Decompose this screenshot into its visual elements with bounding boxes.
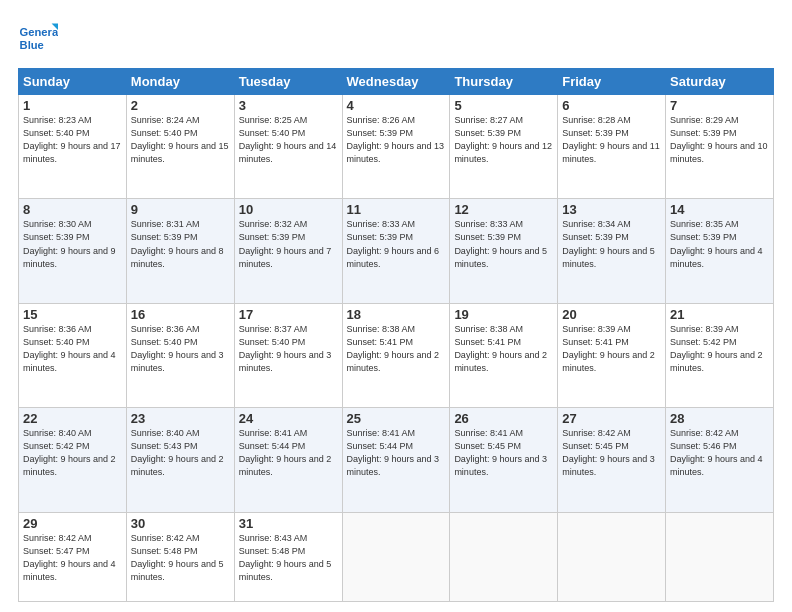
calendar-cell: 17 Sunrise: 8:37 AM Sunset: 5:40 PM Dayl… (234, 303, 342, 407)
sunrise-label: Sunrise: 8:27 AM (454, 115, 523, 125)
calendar-cell: 1 Sunrise: 8:23 AM Sunset: 5:40 PM Dayli… (19, 95, 127, 199)
day-number: 21 (670, 307, 769, 322)
sunset-label: Sunset: 5:41 PM (454, 337, 521, 347)
sunset-label: Sunset: 5:40 PM (131, 128, 198, 138)
col-header-wednesday: Wednesday (342, 69, 450, 95)
calendar-header-row: SundayMondayTuesdayWednesdayThursdayFrid… (19, 69, 774, 95)
calendar-week-4: 22 Sunrise: 8:40 AM Sunset: 5:42 PM Dayl… (19, 408, 774, 512)
day-info: Sunrise: 8:36 AM Sunset: 5:40 PM Dayligh… (23, 323, 122, 375)
day-info: Sunrise: 8:29 AM Sunset: 5:39 PM Dayligh… (670, 114, 769, 166)
day-info: Sunrise: 8:32 AM Sunset: 5:39 PM Dayligh… (239, 218, 338, 270)
day-number: 16 (131, 307, 230, 322)
sunrise-label: Sunrise: 8:41 AM (239, 428, 308, 438)
sunset-label: Sunset: 5:39 PM (23, 232, 90, 242)
day-info: Sunrise: 8:40 AM Sunset: 5:43 PM Dayligh… (131, 427, 230, 479)
sunset-label: Sunset: 5:40 PM (131, 337, 198, 347)
sunrise-label: Sunrise: 8:32 AM (239, 219, 308, 229)
day-info: Sunrise: 8:42 AM Sunset: 5:48 PM Dayligh… (131, 532, 230, 584)
daylight-label: Daylight: 9 hours and 2 minutes. (562, 350, 655, 373)
sunrise-label: Sunrise: 8:41 AM (454, 428, 523, 438)
calendar-cell: 9 Sunrise: 8:31 AM Sunset: 5:39 PM Dayli… (126, 199, 234, 303)
calendar-cell (342, 512, 450, 601)
calendar-cell: 5 Sunrise: 8:27 AM Sunset: 5:39 PM Dayli… (450, 95, 558, 199)
daylight-label: Daylight: 9 hours and 14 minutes. (239, 141, 337, 164)
calendar-cell: 13 Sunrise: 8:34 AM Sunset: 5:39 PM Dayl… (558, 199, 666, 303)
sunrise-label: Sunrise: 8:38 AM (347, 324, 416, 334)
col-header-sunday: Sunday (19, 69, 127, 95)
sunrise-label: Sunrise: 8:36 AM (23, 324, 92, 334)
sunset-label: Sunset: 5:40 PM (239, 128, 306, 138)
calendar-cell: 8 Sunrise: 8:30 AM Sunset: 5:39 PM Dayli… (19, 199, 127, 303)
sunrise-label: Sunrise: 8:39 AM (562, 324, 631, 334)
calendar-cell: 29 Sunrise: 8:42 AM Sunset: 5:47 PM Dayl… (19, 512, 127, 601)
sunset-label: Sunset: 5:45 PM (562, 441, 629, 451)
day-number: 31 (239, 516, 338, 531)
calendar-cell: 19 Sunrise: 8:38 AM Sunset: 5:41 PM Dayl… (450, 303, 558, 407)
day-number: 2 (131, 98, 230, 113)
sunset-label: Sunset: 5:39 PM (562, 128, 629, 138)
calendar-cell: 24 Sunrise: 8:41 AM Sunset: 5:44 PM Dayl… (234, 408, 342, 512)
col-header-friday: Friday (558, 69, 666, 95)
sunrise-label: Sunrise: 8:35 AM (670, 219, 739, 229)
daylight-label: Daylight: 9 hours and 12 minutes. (454, 141, 552, 164)
day-info: Sunrise: 8:33 AM Sunset: 5:39 PM Dayligh… (347, 218, 446, 270)
day-number: 4 (347, 98, 446, 113)
calendar-cell: 15 Sunrise: 8:36 AM Sunset: 5:40 PM Dayl… (19, 303, 127, 407)
col-header-tuesday: Tuesday (234, 69, 342, 95)
sunrise-label: Sunrise: 8:24 AM (131, 115, 200, 125)
day-info: Sunrise: 8:39 AM Sunset: 5:41 PM Dayligh… (562, 323, 661, 375)
sunset-label: Sunset: 5:39 PM (347, 232, 414, 242)
day-number: 25 (347, 411, 446, 426)
daylight-label: Daylight: 9 hours and 10 minutes. (670, 141, 768, 164)
day-number: 9 (131, 202, 230, 217)
col-header-monday: Monday (126, 69, 234, 95)
day-info: Sunrise: 8:41 AM Sunset: 5:45 PM Dayligh… (454, 427, 553, 479)
sunset-label: Sunset: 5:39 PM (239, 232, 306, 242)
day-number: 8 (23, 202, 122, 217)
calendar-cell: 6 Sunrise: 8:28 AM Sunset: 5:39 PM Dayli… (558, 95, 666, 199)
calendar-week-3: 15 Sunrise: 8:36 AM Sunset: 5:40 PM Dayl… (19, 303, 774, 407)
sunset-label: Sunset: 5:39 PM (347, 128, 414, 138)
day-number: 17 (239, 307, 338, 322)
day-number: 12 (454, 202, 553, 217)
calendar-cell (666, 512, 774, 601)
day-number: 30 (131, 516, 230, 531)
day-info: Sunrise: 8:27 AM Sunset: 5:39 PM Dayligh… (454, 114, 553, 166)
day-number: 14 (670, 202, 769, 217)
daylight-label: Daylight: 9 hours and 3 minutes. (562, 454, 655, 477)
day-info: Sunrise: 8:37 AM Sunset: 5:40 PM Dayligh… (239, 323, 338, 375)
daylight-label: Daylight: 9 hours and 2 minutes. (454, 350, 547, 373)
calendar-cell: 11 Sunrise: 8:33 AM Sunset: 5:39 PM Dayl… (342, 199, 450, 303)
sunrise-label: Sunrise: 8:33 AM (454, 219, 523, 229)
sunrise-label: Sunrise: 8:28 AM (562, 115, 631, 125)
sunset-label: Sunset: 5:42 PM (23, 441, 90, 451)
sunset-label: Sunset: 5:48 PM (239, 546, 306, 556)
sunset-label: Sunset: 5:41 PM (347, 337, 414, 347)
day-number: 29 (23, 516, 122, 531)
sunrise-label: Sunrise: 8:33 AM (347, 219, 416, 229)
day-info: Sunrise: 8:24 AM Sunset: 5:40 PM Dayligh… (131, 114, 230, 166)
day-number: 5 (454, 98, 553, 113)
day-info: Sunrise: 8:26 AM Sunset: 5:39 PM Dayligh… (347, 114, 446, 166)
day-number: 3 (239, 98, 338, 113)
sunset-label: Sunset: 5:40 PM (23, 128, 90, 138)
sunset-label: Sunset: 5:47 PM (23, 546, 90, 556)
sunset-label: Sunset: 5:40 PM (23, 337, 90, 347)
calendar-cell: 30 Sunrise: 8:42 AM Sunset: 5:48 PM Dayl… (126, 512, 234, 601)
daylight-label: Daylight: 9 hours and 4 minutes. (670, 454, 763, 477)
day-info: Sunrise: 8:25 AM Sunset: 5:40 PM Dayligh… (239, 114, 338, 166)
day-number: 27 (562, 411, 661, 426)
day-info: Sunrise: 8:34 AM Sunset: 5:39 PM Dayligh… (562, 218, 661, 270)
day-number: 26 (454, 411, 553, 426)
daylight-label: Daylight: 9 hours and 3 minutes. (131, 350, 224, 373)
sunrise-label: Sunrise: 8:42 AM (670, 428, 739, 438)
sunset-label: Sunset: 5:42 PM (670, 337, 737, 347)
day-info: Sunrise: 8:28 AM Sunset: 5:39 PM Dayligh… (562, 114, 661, 166)
daylight-label: Daylight: 9 hours and 3 minutes. (239, 350, 332, 373)
sunset-label: Sunset: 5:39 PM (454, 232, 521, 242)
day-info: Sunrise: 8:36 AM Sunset: 5:40 PM Dayligh… (131, 323, 230, 375)
daylight-label: Daylight: 9 hours and 5 minutes. (562, 246, 655, 269)
daylight-label: Daylight: 9 hours and 9 minutes. (23, 246, 116, 269)
day-info: Sunrise: 8:41 AM Sunset: 5:44 PM Dayligh… (239, 427, 338, 479)
day-info: Sunrise: 8:38 AM Sunset: 5:41 PM Dayligh… (347, 323, 446, 375)
